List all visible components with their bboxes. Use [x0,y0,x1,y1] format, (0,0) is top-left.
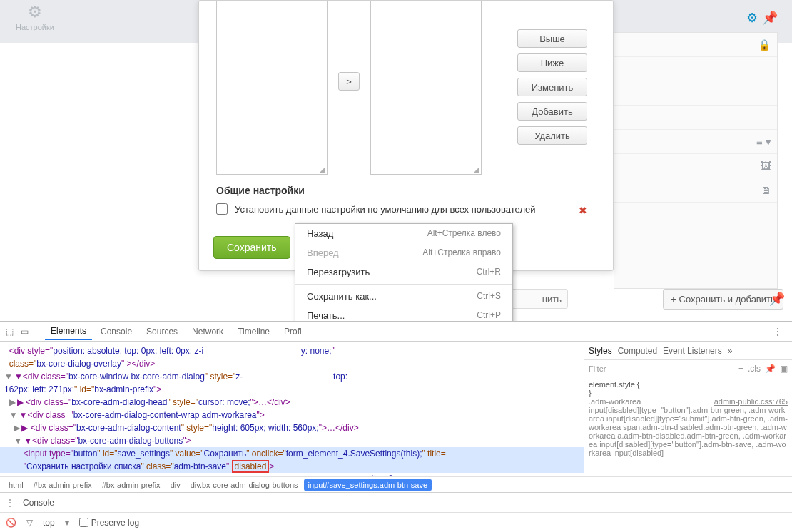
elements-breadcrumb[interactable]: html #bx-admin-prefix #bx-admin-prefix d… [0,476,792,492]
styles-sidebar: Styles Computed Event Listeners » Filter… [584,342,792,476]
background-side-panel: 🔒 ≡ ▾ 🖼 🗎 [614,32,778,289]
pin-icon[interactable]: 📌 [769,291,785,307]
right-listbox[interactable] [370,1,482,175]
save-and-add-label: Сохранить и добавить [679,294,776,305]
edit-button[interactable]: Изменить [517,78,587,96]
tab-styles[interactable]: Styles [589,346,612,356]
partially-hidden-button[interactable]: нить [511,289,568,309]
default-settings-label: Установить данные настройки по умолчанию… [235,204,535,215]
section-title: Общие настройки [216,185,305,196]
menu-save-as[interactable]: Сохранить как...Ctrl+S [295,287,512,306]
menu-separator [295,284,512,285]
console-drawer-header[interactable]: ⋮ Console [0,492,792,512]
styles-filter-row: Filter + .cls 📌 ▣ [584,360,792,377]
filter-input[interactable]: Filter [589,364,734,373]
tab-network[interactable]: Network [186,324,229,339]
expand-icon[interactable]: ⋮ [6,498,14,508]
add-button[interactable]: Добавить [517,102,587,121]
top-right-controls: ⚙ 📌 [746,10,778,26]
menu-back[interactable]: НазадAlt+Стрелка влево [295,224,512,243]
move-right-button[interactable]: > [338,72,360,91]
clear-console-icon[interactable]: 🚫 [6,518,16,528]
tab-elements[interactable]: Elements [45,323,92,340]
styles-tabs: Styles Computed Event Listeners » [584,342,792,360]
console-toolbar: 🚫 ▽ top ▾ Preserve log [0,512,792,532]
hover-icon[interactable]: ▣ [780,364,788,374]
tab-computed[interactable]: Computed [618,346,657,356]
default-settings-row: Установить данные настройки по умолчанию… [216,203,535,215]
tab-timeline[interactable]: Timeline [232,324,275,339]
gear-icon[interactable]: ⚙ [746,10,758,26]
sidebar-settings-label: Настройки [16,23,54,31]
console-drawer-label: Console [23,498,54,508]
delete-button[interactable]: Удалить [517,126,587,145]
sidebar-settings-item[interactable]: ⚙ Настройки [16,3,54,31]
device-icon[interactable]: ▭ [21,327,29,337]
gear-icon: ⚙ [16,3,54,21]
devtools-body: <div style="position: absolute; top: 0px… [0,342,792,476]
reorder-buttons: Выше Ниже Изменить Добавить Удалить [517,29,587,145]
devtools-tabs: ⬚ ▭ Elements Console Sources Network Tim… [0,322,792,342]
tab-profiles[interactable]: Profi [278,324,308,339]
preserve-log-checkbox[interactable]: Preserve log [79,518,139,528]
inspect-icon[interactable]: ⬚ [6,327,14,337]
pin-icon[interactable]: 📌 [765,364,776,374]
add-rule-icon[interactable]: + [738,364,743,374]
pin-icon[interactable]: 📌 [762,10,778,26]
devtools-panel: ⬚ ▭ Elements Console Sources Network Tim… [0,321,792,532]
up-button[interactable]: Выше [517,29,587,48]
styles-body[interactable]: element.style { } .adm-workareaadmin-pub… [584,377,792,476]
tab-console[interactable]: Console [95,324,138,339]
elements-tree[interactable]: <div style="position: absolute; top: 0px… [0,342,584,476]
file-icon[interactable]: 🗎 [761,184,771,196]
menu-reload[interactable]: ПерезагрузитьCtrl+R [295,262,512,282]
dropdown-icon[interactable]: ▾ [65,518,69,528]
context-selector[interactable]: top [43,518,55,528]
more-icon[interactable]: ⋮ [773,327,782,337]
plus-icon: + [671,294,676,305]
list-icon[interactable]: ≡ ▾ [756,135,771,148]
tab-sources[interactable]: Sources [141,324,183,339]
tab-event-listeners[interactable]: Event Listeners [663,346,722,356]
save-and-add-button[interactable]: + Сохранить и добавить [663,289,783,310]
filter-icon[interactable]: ▽ [26,518,33,528]
default-settings-checkbox[interactable] [216,203,228,215]
menu-forward: ВпередAlt+Стрелка вправо [295,243,512,262]
left-listbox[interactable] [216,1,328,175]
close-icon[interactable]: ✖ [579,205,587,216]
tab-more[interactable]: » [728,346,733,356]
cls-toggle[interactable]: .cls [748,364,761,374]
lock-icon: 🔒 [758,39,771,51]
down-button[interactable]: Ниже [517,53,587,72]
save-button[interactable]: Сохранить [213,236,290,259]
image-icon[interactable]: 🖼 [761,160,771,172]
